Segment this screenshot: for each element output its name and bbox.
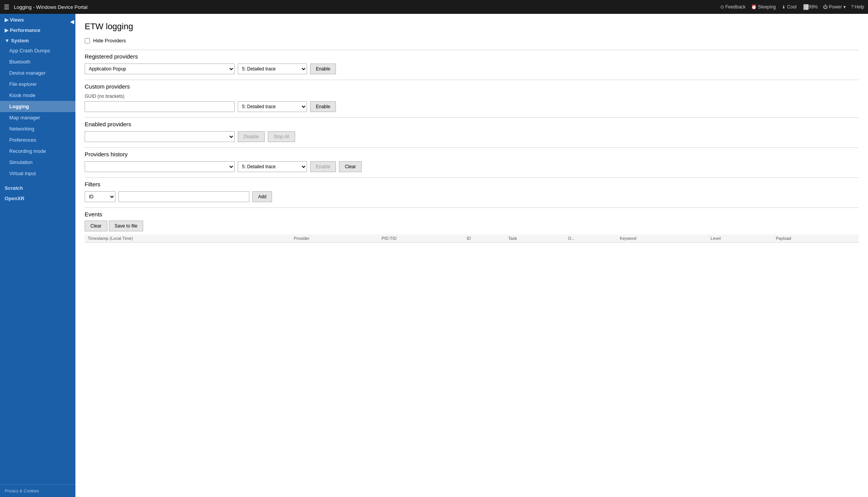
sidebar-item-logging[interactable]: Logging <box>0 101 75 112</box>
registered-providers-divider <box>85 50 859 50</box>
sleeping-indicator: ⏰ Sleeping <box>751 4 776 10</box>
sidebar-section-performance[interactable]: ▶ Performance <box>0 24 75 35</box>
sidebar-item-app-crash-dumps[interactable]: App Crash Dumps <box>0 45 75 56</box>
registered-trace-select[interactable]: 5: Detailed trace 1: Critical 2: Error 3… <box>238 64 307 74</box>
enabled-providers-row: Disable Stop All <box>85 131 859 142</box>
col-task: Task <box>505 234 565 243</box>
enabled-providers-divider <box>85 117 859 118</box>
filter-add-button[interactable]: Add <box>252 191 272 202</box>
hide-providers-label[interactable]: Hide Providers <box>93 38 126 44</box>
page-title-bar: Logging - Windows Device Portal <box>14 4 720 10</box>
sidebar-section-system[interactable]: ▼ System <box>0 35 75 45</box>
history-clear-button[interactable]: Clear <box>339 161 362 172</box>
sidebar-item-preferences[interactable]: Preferences <box>0 134 75 146</box>
filters-row: ID Name Level Add <box>85 191 859 202</box>
sidebar: ◀ ▶ Views ▶ Performance ▼ System App Cra… <box>0 14 75 497</box>
events-table: Timestamp (Local Time) Provider PID:TID … <box>85 234 859 243</box>
sidebar-item-virtual-input[interactable]: Virtual Input <box>0 168 75 179</box>
sidebar-item-scratch[interactable]: Scratch <box>0 182 75 192</box>
col-timestamp: Timestamp (Local Time) <box>85 234 290 243</box>
sidebar-privacy-link[interactable]: Privacy & Cookies <box>0 484 75 497</box>
col-pid-tid: PID:TID <box>379 234 464 243</box>
col-payload: Payload <box>773 234 859 243</box>
menu-icon[interactable]: ☰ <box>4 3 9 11</box>
custom-providers-title: Custom providers <box>85 83 859 90</box>
sidebar-section-views[interactable]: ▶ Views <box>0 14 75 24</box>
registered-provider-select[interactable]: Application Popup Another Provider Syste… <box>85 64 235 74</box>
power-icon: ⏻ <box>823 4 828 10</box>
power-button[interactable]: ⏻ Power ▾ <box>823 4 845 10</box>
col-level: Level <box>708 234 773 243</box>
events-title: Events <box>85 211 859 218</box>
col-keyword: Keyword <box>617 234 708 243</box>
help-link[interactable]: ? Help <box>851 4 864 10</box>
providers-history-title: Providers history <box>85 151 859 157</box>
sidebar-item-openxr[interactable]: OpenXR <box>0 192 75 203</box>
sidebar-item-device-manager[interactable]: Device manager <box>0 67 75 79</box>
sleeping-icon: ⏰ <box>751 4 757 10</box>
filter-value-input[interactable] <box>119 191 249 202</box>
sidebar-item-networking[interactable]: Networking <box>0 123 75 134</box>
col-provider: Provider <box>290 234 378 243</box>
topbar-right: ⊙ Feedback ⏰ Sleeping 🌡 Cool ▐█99% ⏻ Pow… <box>720 4 864 10</box>
enabled-provider-select[interactable] <box>85 131 235 142</box>
registered-providers-title: Registered providers <box>85 53 859 60</box>
temperature-indicator: 🌡 Cool <box>781 4 797 10</box>
col-opcode: O... <box>565 234 617 243</box>
events-save-button[interactable]: Save to file <box>109 221 143 231</box>
guid-input[interactable] <box>85 101 235 112</box>
feedback-icon: ⊙ <box>720 4 724 10</box>
registered-providers-row: Application Popup Another Provider Syste… <box>85 64 859 74</box>
custom-enable-button[interactable]: Enable <box>310 101 336 112</box>
filters-divider <box>85 177 859 178</box>
sidebar-item-map-manager[interactable]: Map manager <box>0 112 75 123</box>
sidebar-item-recording-mode[interactable]: Recording mode <box>0 146 75 157</box>
temp-icon: 🌡 <box>781 4 786 10</box>
history-enable-button[interactable]: Enable <box>310 161 336 172</box>
sidebar-item-simulation[interactable]: Simulation <box>0 157 75 168</box>
hide-providers-row: Hide Providers <box>85 38 859 44</box>
events-clear-button[interactable]: Clear <box>85 221 107 231</box>
history-provider-select[interactable] <box>85 161 235 172</box>
custom-providers-row: 5: Detailed trace 1: Critical 2: Error 3… <box>85 101 859 112</box>
events-table-header: Timestamp (Local Time) Provider PID:TID … <box>85 234 859 243</box>
events-divider <box>85 208 859 208</box>
registered-enable-button[interactable]: Enable <box>310 64 336 74</box>
battery-indicator: ▐█99% <box>802 4 818 10</box>
sidebar-item-kiosk-mode[interactable]: Kiosk mode <box>0 90 75 101</box>
etw-logging-title: ETW logging <box>85 22 859 32</box>
help-icon: ? <box>851 4 854 10</box>
feedback-link[interactable]: ⊙ Feedback <box>720 4 746 10</box>
custom-trace-select[interactable]: 5: Detailed trace 1: Critical 2: Error 3… <box>238 101 307 112</box>
col-id: ID <box>464 234 505 243</box>
sidebar-item-file-explorer[interactable]: File explorer <box>0 79 75 90</box>
sidebar-item-bluetooth[interactable]: Bluetooth <box>0 56 75 67</box>
guid-label: GUID (no brackets) <box>85 94 859 99</box>
stop-all-button[interactable]: Stop All <box>268 131 295 142</box>
enabled-providers-title: Enabled providers <box>85 121 859 127</box>
filters-title: Filters <box>85 181 859 187</box>
main-layout: ◀ ▶ Views ▶ Performance ▼ System App Cra… <box>0 14 868 497</box>
hide-providers-checkbox[interactable] <box>85 38 90 44</box>
custom-providers-divider <box>85 80 859 80</box>
providers-history-row: 5: Detailed trace 1: Critical 2: Error 3… <box>85 161 859 172</box>
disable-button[interactable]: Disable <box>238 131 265 142</box>
main-content: ETW logging Hide Providers Registered pr… <box>75 14 868 497</box>
providers-history-divider <box>85 147 859 148</box>
topbar: ☰ Logging - Windows Device Portal ⊙ Feed… <box>0 0 868 14</box>
history-trace-select[interactable]: 5: Detailed trace 1: Critical 2: Error 3… <box>238 161 307 172</box>
sidebar-collapse-button[interactable]: ◀ <box>68 18 75 25</box>
events-buttons: Clear Save to file <box>85 221 859 231</box>
filter-id-select[interactable]: ID Name Level <box>85 191 115 202</box>
